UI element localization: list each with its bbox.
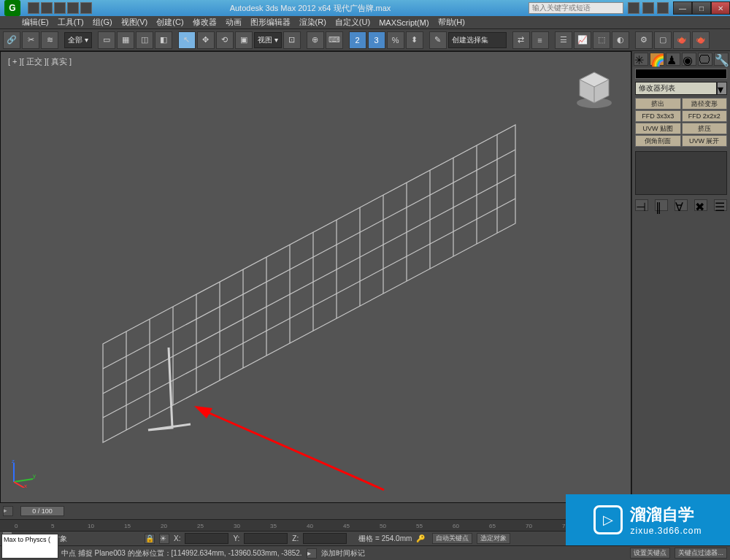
mod-ffd333-button[interactable]: FFD 3x3x3 [635, 110, 681, 122]
modify-tab-icon[interactable]: 🌈 [650, 53, 664, 66]
pin-stack-icon[interactable]: ⊣ [635, 199, 648, 211]
edit-selection-set-icon[interactable]: ✎ [429, 31, 447, 49]
maximize-button[interactable]: □ [692, 1, 711, 15]
svg-marker-26 [194, 406, 212, 418]
menu-rendering[interactable]: 渲染(R) [299, 17, 326, 28]
rotate-icon[interactable]: ⟲ [216, 31, 234, 49]
bind-icon[interactable]: ≋ [41, 31, 58, 49]
help-search-input[interactable]: 输入关键字或短语 [529, 2, 623, 14]
qat-open-icon[interactable] [28, 2, 39, 14]
modifier-list-dropdown[interactable]: 修改器列表 [635, 82, 717, 95]
menu-create[interactable]: 创建(C) [156, 17, 183, 28]
window-crossing-icon[interactable]: ◧ [155, 31, 172, 49]
keyboard-shortcut-icon[interactable]: ⌨ [326, 31, 343, 49]
select-region-icon[interactable]: ◫ [136, 31, 153, 49]
menu-views[interactable]: 视图(V) [121, 17, 148, 28]
object-color-swatch[interactable] [635, 69, 727, 79]
lock-icon[interactable]: 🔒 [145, 534, 155, 544]
minimize-button[interactable]: — [673, 1, 692, 15]
z-coord-input[interactable] [303, 533, 347, 544]
close-button[interactable]: ✕ [711, 1, 730, 15]
mod-extrude-button[interactable]: 挤出 [635, 98, 681, 110]
remove-modifier-icon[interactable]: ✖ [694, 199, 707, 211]
mirror-icon[interactable]: ⇄ [512, 31, 530, 49]
mod-pathdeform-button[interactable]: 路径变形 [682, 98, 728, 110]
favorites-icon[interactable] [642, 2, 654, 14]
rollout-area[interactable] [634, 214, 729, 502]
configure-sets-icon[interactable]: ☰ [714, 199, 727, 211]
menu-customize[interactable]: 自定义(U) [335, 17, 370, 28]
modifier-stack[interactable] [635, 151, 727, 195]
menu-help[interactable]: 帮助(H) [438, 17, 465, 28]
layers-icon[interactable]: ☰ [555, 31, 572, 49]
render-setup-icon[interactable]: ⚙ [635, 31, 653, 49]
mod-ffd222-button[interactable]: FFD 2x2x2 [682, 110, 728, 122]
menu-tools[interactable]: 工具(T) [58, 17, 84, 28]
render-icon[interactable]: 🫖 [673, 31, 691, 49]
maxscript-listener[interactable]: Max to Physcs ( [1, 534, 58, 559]
timeline-toggle-icon[interactable]: ▸ [3, 506, 13, 516]
material-editor-icon[interactable]: ◐ [612, 31, 629, 49]
select-object-icon[interactable]: ↖ [178, 31, 196, 49]
y-coord-input[interactable] [244, 533, 288, 544]
snap-percent-icon[interactable]: % [387, 31, 404, 49]
show-end-result-icon[interactable]: ‖ [655, 199, 668, 211]
curve-editor-icon[interactable]: 📈 [574, 31, 591, 49]
motion-tab-icon[interactable]: ◉ [682, 53, 696, 66]
schematic-icon[interactable]: ⬚ [593, 31, 610, 49]
key-filters-button[interactable]: 关键点过滤器... [675, 548, 727, 559]
render-frame-icon[interactable]: ▢ [654, 31, 672, 49]
svg-line-28 [14, 479, 33, 482]
display-tab-icon[interactable]: 🖵 [698, 53, 712, 66]
menu-maxscript[interactable]: MAXScript(M) [379, 18, 429, 27]
viewport-perspective[interactable]: [ + ][ 正交 ][ 真实 ] [0, 51, 631, 503]
infocenter-icon[interactable] [628, 2, 639, 14]
link-icon[interactable]: 🔗 [3, 31, 20, 49]
time-slider[interactable]: 0 / 100 [20, 506, 64, 516]
spinner-snap-icon[interactable]: ⬍ [406, 31, 423, 49]
mod-bevelprofile-button[interactable]: 倒角剖面 [635, 135, 681, 147]
menu-group[interactable]: 组(G) [93, 17, 112, 28]
menu-edit[interactable]: 编辑(E) [22, 17, 49, 28]
mod-unwrap-button[interactable]: UVW 展开 [682, 135, 728, 147]
app-icon[interactable]: G [4, 0, 20, 16]
move-icon[interactable]: ✥ [197, 31, 215, 49]
isolate-icon[interactable]: ☀ [159, 534, 169, 544]
pivot-icon[interactable]: ⊡ [283, 31, 301, 49]
hierarchy-tab-icon[interactable]: ♟ [666, 53, 680, 66]
select-icon[interactable]: ▭ [98, 31, 115, 49]
add-time-tag[interactable]: 添加时间标记 [321, 548, 365, 559]
utilities-tab-icon[interactable]: 🔧 [714, 53, 729, 66]
qat-undo-icon[interactable] [54, 2, 66, 14]
x-label: X: [174, 534, 180, 542]
unlink-icon[interactable]: ✂ [22, 31, 39, 49]
mod-uvwmap-button[interactable]: UVW 贴图 [635, 123, 681, 134]
autokey-button[interactable]: 自动关键点 [432, 533, 472, 544]
selected-object-dropdown[interactable]: 选定对象 [477, 533, 510, 544]
qat-save-icon[interactable] [41, 2, 53, 14]
qat-redo-icon[interactable] [67, 2, 79, 14]
dropdown-arrow-icon[interactable]: ▾ [717, 82, 727, 95]
mod-squeeze-button[interactable]: 挤压 [682, 123, 728, 134]
menu-modifiers[interactable]: 修改器 [193, 17, 217, 28]
setkey-button[interactable]: 设置关键点 [630, 548, 670, 559]
scale-icon[interactable]: ▣ [235, 31, 253, 49]
create-tab-icon[interactable]: ✳ [634, 53, 648, 66]
snap-2d-icon[interactable]: 2 [349, 31, 366, 49]
qat-link-icon[interactable] [80, 2, 92, 14]
selection-filter-dropdown[interactable]: 全部 ▾ [64, 32, 92, 48]
menu-graph-editors[interactable]: 图形编辑器 [250, 17, 291, 28]
help-icon[interactable] [657, 2, 669, 14]
render-prod-icon[interactable]: 🫖 [692, 31, 710, 49]
time-tag-icon[interactable]: ▸ [307, 548, 317, 559]
snap-angle-icon[interactable]: 3 [368, 31, 385, 49]
select-name-icon[interactable]: ▦ [117, 31, 134, 49]
align-icon[interactable]: ≡ [531, 31, 549, 49]
manipulate-icon[interactable]: ⊕ [307, 31, 324, 49]
make-unique-icon[interactable]: ∀ [675, 199, 688, 211]
x-coord-input[interactable] [185, 533, 228, 544]
named-selection-dropdown[interactable]: 创建选择集 [448, 32, 507, 48]
menu-animation[interactable]: 动画 [226, 17, 242, 28]
key-icon[interactable]: 🔑 [416, 534, 428, 542]
ref-coord-dropdown[interactable]: 视图 ▾ [254, 32, 282, 48]
